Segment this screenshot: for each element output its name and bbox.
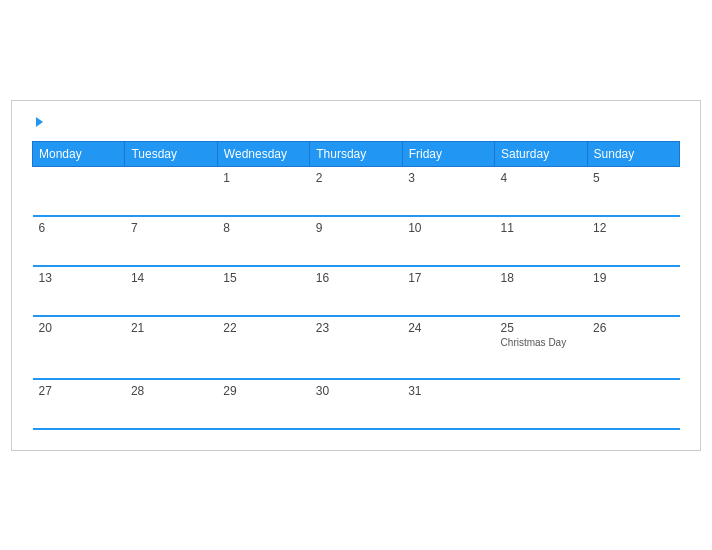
calendar-container: MondayTuesdayWednesdayThursdayFridaySatu… [11,100,701,451]
calendar-cell: 24 [402,316,494,379]
day-number: 3 [408,171,488,185]
weekday-header-tuesday: Tuesday [125,141,217,166]
day-number: 10 [408,221,488,235]
calendar-cell: 13 [33,266,125,316]
weekday-header-friday: Friday [402,141,494,166]
calendar-cell: 11 [495,216,587,266]
weekday-header-wednesday: Wednesday [217,141,309,166]
day-number: 30 [316,384,396,398]
calendar-cell: 4 [495,166,587,216]
day-number: 6 [39,221,119,235]
calendar-table: MondayTuesdayWednesdayThursdayFridaySatu… [32,141,680,430]
day-number: 18 [501,271,581,285]
day-number: 12 [593,221,673,235]
calendar-cell: 6 [33,216,125,266]
weekday-header-row: MondayTuesdayWednesdayThursdayFridaySatu… [33,141,680,166]
day-number: 26 [593,321,673,335]
week-row-1: 12345 [33,166,680,216]
day-number: 31 [408,384,488,398]
holiday-label: Christmas Day [501,337,581,348]
calendar-cell [587,379,679,429]
calendar-cell: 10 [402,216,494,266]
calendar-cell: 16 [310,266,402,316]
day-number: 9 [316,221,396,235]
calendar-cell: 29 [217,379,309,429]
logo-blue-text [32,117,43,127]
day-number: 19 [593,271,673,285]
day-number: 23 [316,321,396,335]
calendar-cell: 27 [33,379,125,429]
calendar-cell: 25Christmas Day [495,316,587,379]
calendar-cell: 9 [310,216,402,266]
day-number: 2 [316,171,396,185]
day-number: 29 [223,384,303,398]
day-number: 16 [316,271,396,285]
day-number: 4 [501,171,581,185]
day-number: 20 [39,321,119,335]
calendar-cell: 31 [402,379,494,429]
day-number: 14 [131,271,211,285]
logo [32,117,43,127]
weekday-header-monday: Monday [33,141,125,166]
calendar-cell: 2 [310,166,402,216]
day-number: 7 [131,221,211,235]
day-number: 1 [223,171,303,185]
week-row-3: 13141516171819 [33,266,680,316]
week-row-5: 2728293031 [33,379,680,429]
calendar-cell: 28 [125,379,217,429]
day-number: 5 [593,171,673,185]
day-number: 8 [223,221,303,235]
day-number: 28 [131,384,211,398]
day-number: 25 [501,321,581,335]
calendar-cell: 21 [125,316,217,379]
weekday-header-sunday: Sunday [587,141,679,166]
calendar-cell: 7 [125,216,217,266]
day-number: 24 [408,321,488,335]
calendar-cell [495,379,587,429]
day-number: 22 [223,321,303,335]
day-number: 11 [501,221,581,235]
day-number: 27 [39,384,119,398]
calendar-cell: 19 [587,266,679,316]
weekday-header-saturday: Saturday [495,141,587,166]
day-number: 15 [223,271,303,285]
calendar-cell: 22 [217,316,309,379]
calendar-cell: 20 [33,316,125,379]
calendar-cell: 23 [310,316,402,379]
calendar-cell [125,166,217,216]
calendar-cell: 3 [402,166,494,216]
logo-triangle-icon [36,117,43,127]
calendar-cell: 30 [310,379,402,429]
calendar-cell: 12 [587,216,679,266]
day-number: 21 [131,321,211,335]
calendar-cell: 14 [125,266,217,316]
day-number: 17 [408,271,488,285]
calendar-cell: 17 [402,266,494,316]
calendar-cell: 18 [495,266,587,316]
week-row-4: 202122232425Christmas Day26 [33,316,680,379]
calendar-cell: 8 [217,216,309,266]
calendar-cell: 5 [587,166,679,216]
week-row-2: 6789101112 [33,216,680,266]
calendar-cell: 1 [217,166,309,216]
calendar-cell [33,166,125,216]
calendar-cell: 26 [587,316,679,379]
weekday-header-thursday: Thursday [310,141,402,166]
calendar-header [32,117,680,127]
calendar-cell: 15 [217,266,309,316]
day-number: 13 [39,271,119,285]
